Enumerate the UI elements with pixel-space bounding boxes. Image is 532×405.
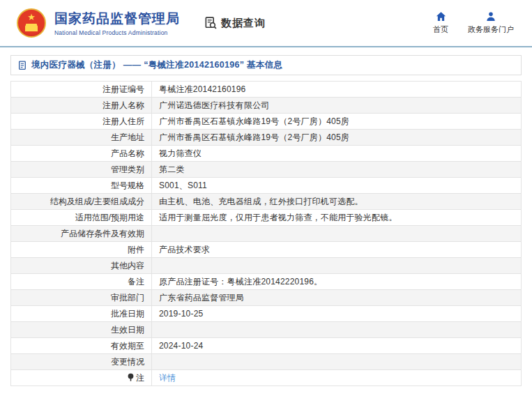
row-value: 适用于测量屈光度，仅用于患者视力筛查，不能用于验光配镜。 — [152, 210, 522, 226]
table-row: 其他内容 — [11, 258, 522, 274]
row-label: 产品储存条件及有效期 — [61, 229, 144, 238]
table-row: 注册人名称 广州诺迅德医疗科技有限公司 — [11, 98, 522, 114]
table-row: 变更情况 — [11, 354, 522, 370]
table-row: 附件 产品技术要求 — [11, 242, 522, 258]
row-label: 产品名称 — [111, 148, 144, 158]
row-value — [152, 226, 522, 242]
breadcrumb: 境内医疗器械（注册） —— “粤械注准20142160196” 基本信息 — [10, 55, 522, 75]
table-row: 管理类别 第二类 — [11, 162, 522, 178]
table-row: 注 详情 — [11, 370, 522, 386]
table-row: 产品储存条件及有效期 — [11, 226, 522, 242]
breadcrumb-text: 境内医疗器械（注册） —— “粤械注准20142160196” 基本信息 — [31, 59, 282, 71]
row-value: 原产品注册证号：粤械注准20142220196。 — [152, 274, 522, 290]
row-label: 适用范围/预期用途 — [75, 213, 144, 222]
row-label: 注册证编号 — [102, 84, 144, 94]
detail-link[interactable]: 详情 — [159, 373, 176, 383]
row-value — [152, 322, 522, 338]
row-label: 生产地址 — [111, 132, 144, 142]
row-label: 审批部门 — [111, 293, 144, 303]
note-icon — [127, 373, 135, 382]
row-label: 变更情况 — [111, 357, 144, 367]
nav-item-home[interactable]: 首页 — [433, 11, 448, 35]
nav-home-label: 首页 — [433, 24, 448, 35]
row-value: 广州市番禺区石基镇永峰路19号（2号厂房）405房 — [152, 130, 522, 146]
row-value: 广州诺迅德医疗科技有限公司 — [152, 98, 522, 114]
table-row: 适用范围/预期用途 适用于测量屈光度，仅用于患者视力筛查，不能用于验光配镜。 — [11, 210, 522, 226]
registration-info-table: 注册证编号 粤械注准20142160196 注册人名称 广州诺迅德医疗科技有限公… — [10, 81, 522, 386]
row-value: S001、S011 — [152, 178, 522, 194]
row-label: 附件 — [128, 245, 144, 254]
row-value: 产品技术要求 — [152, 242, 522, 258]
row-value — [152, 258, 522, 274]
table-row: 型号规格 S001、S011 — [11, 178, 522, 194]
top-nav: 首页 政务服务门户 — [433, 11, 518, 35]
row-value: 视力筛查仪 — [152, 146, 522, 162]
table-row: 注册证编号 粤械注准20142160196 — [11, 82, 522, 98]
row-value: 第二类 — [152, 162, 522, 178]
page: ★ 国家药品监督管理局 National Medical Products Ad… — [0, 0, 532, 405]
row-label: 批准日期 — [111, 309, 144, 319]
row-value: 广州市番禺区石基镇永峰路19号（2号厂房）405房 — [152, 114, 522, 130]
user-icon — [485, 11, 496, 22]
row-value: 粤械注准20142160196 — [152, 82, 522, 98]
doc-search-icon — [204, 16, 218, 30]
row-label: 管理类别 — [111, 165, 144, 174]
org-name-zh: 国家药品监督管理局 — [54, 10, 180, 28]
table-row: 审批部门 广东省药品监督管理局 — [11, 290, 522, 306]
row-label: 注 — [136, 373, 144, 383]
row-value: 详情 — [152, 370, 522, 386]
emblem-gate-icon — [25, 25, 38, 31]
emblem-star-icon: ★ — [27, 13, 36, 22]
row-label: 有效期至 — [111, 341, 144, 351]
nav-gov-portal-label: 政务服务门户 — [468, 24, 514, 35]
registration-info-table-wrap: 注册证编号 粤械注准20142160196 注册人名称 广州诺迅德医疗科技有限公… — [10, 81, 522, 386]
row-label: 型号规格 — [111, 181, 144, 190]
table-row: 备注 原产品注册证号：粤械注准20142220196。 — [11, 274, 522, 290]
table-row: 生产地址 广州市番禺区石基镇永峰路19号（2号厂房）405房 — [11, 130, 522, 146]
table-row: 产品名称 视力筛查仪 — [11, 146, 522, 162]
row-label: 生效日期 — [111, 325, 144, 335]
nav-item-gov-portal[interactable]: 政务服务门户 — [468, 11, 514, 35]
home-icon — [435, 11, 447, 22]
row-value: 2019-10-25 — [152, 306, 522, 322]
table-row: 有效期至 2024-10-24 — [11, 338, 522, 354]
row-label: 注册人住所 — [102, 116, 144, 126]
org-title-block: 国家药品监督管理局 National Medical Products Admi… — [54, 10, 180, 36]
row-value — [152, 354, 522, 370]
site-header: ★ 国家药品监督管理局 National Medical Products Ad… — [0, 0, 532, 46]
table-row: 生效日期 — [11, 322, 522, 338]
row-label: 其他内容 — [111, 261, 144, 270]
row-label: 结构及组成/主要组成成分 — [50, 197, 144, 206]
row-value: 2024-10-24 — [152, 338, 522, 354]
row-label: 备注 — [128, 277, 144, 286]
org-name-en: National Medical Products Administration — [54, 29, 180, 36]
row-label: 注册人名称 — [102, 100, 144, 110]
document-icon — [18, 61, 27, 70]
data-query-section-link[interactable]: 数据查询 — [204, 16, 266, 30]
row-value: 由主机、电池、充电器组成，红外接口打印机可选配。 — [152, 194, 522, 210]
header-divider-rule — [0, 46, 532, 47]
row-value: 广东省药品监督管理局 — [152, 290, 522, 306]
info-table-body: 注册证编号 粤械注准20142160196 注册人名称 广州诺迅德医疗科技有限公… — [11, 82, 522, 386]
national-emblem-logo: ★ — [17, 8, 46, 38]
table-row: 批准日期 2019-10-25 — [11, 306, 522, 322]
table-row: 注册人住所 广州市番禺区石基镇永峰路19号（2号厂房）405房 — [11, 114, 522, 130]
table-row: 结构及组成/主要组成成分 由主机、电池、充电器组成，红外接口打印机可选配。 — [11, 194, 522, 210]
data-query-label: 数据查询 — [221, 17, 266, 30]
